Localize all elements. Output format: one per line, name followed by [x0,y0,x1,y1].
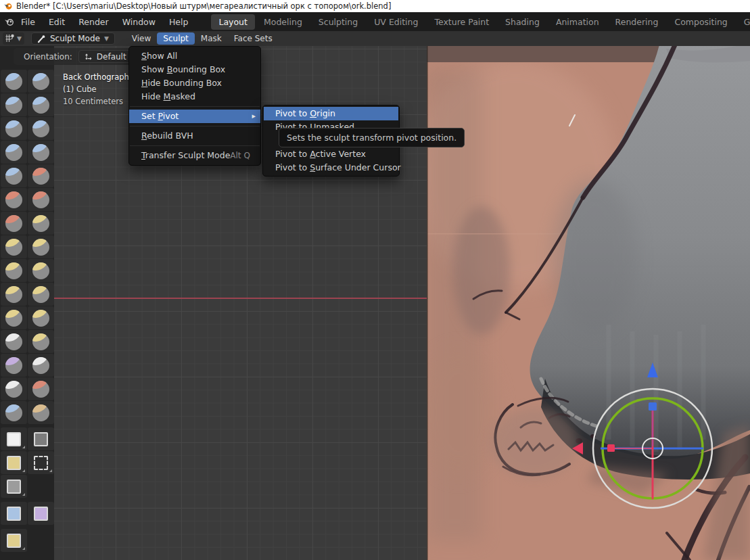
menu-item-show-bounding-box[interactable]: Show Bounding Box [129,63,260,76]
color-filter-icon [7,534,21,548]
blender-menu-icon[interactable] [4,18,14,26]
submenu-item-pivot-to-surface-under-cursor[interactable]: Pivot to Surface Under Cursor [264,161,398,174]
cloth-icon [5,357,22,374]
app-menu-render[interactable]: Render [72,14,116,30]
tool-layer[interactable] [28,117,54,140]
tool-paint[interactable] [28,401,54,424]
tool-fill[interactable] [28,188,54,211]
tool-pinch[interactable] [1,235,27,258]
app-menu-help[interactable]: Help [162,14,195,30]
tool-grab[interactable] [28,235,54,258]
gizmo-blue-handle[interactable] [649,402,657,411]
box-mask-icon [7,432,21,446]
pose-icon [32,286,49,303]
workspace-tab-geometry-nodes[interactable]: Geometry Nodes [736,14,750,30]
app-menu-window[interactable]: Window [116,14,162,30]
submenu-item-pivot-to-origin[interactable]: Pivot to Origin [264,107,398,120]
mode-dropdown[interactable]: Sculpt Mode ▼ [31,32,115,45]
tool-clay[interactable] [1,93,27,116]
menu-item-set-pivot[interactable]: Set Pivot [129,110,260,123]
tool-color-filter[interactable] [1,529,27,552]
workspace-tab-texture-paint[interactable]: Texture Paint [427,14,496,30]
tool-simplify[interactable] [28,354,54,377]
clay-thumb-icon [5,120,22,137]
app-menu-edit[interactable]: Edit [42,14,72,30]
mesh-filter-icon [7,507,21,521]
app-menu-file[interactable]: File [14,14,42,30]
pinch-icon [5,239,22,256]
tool-boundary[interactable] [28,330,54,353]
tool-draw-sharp[interactable] [28,70,54,93]
menu-item-show-all[interactable]: Show All [129,49,260,63]
tool-crease[interactable] [1,164,27,187]
tool-multires-displacement-eraser[interactable] [28,377,54,400]
tool-flatten[interactable] [1,188,27,211]
menu-item-hide-bounding-box[interactable]: Hide Bounding Box [129,76,260,90]
thumb-icon [5,286,22,303]
orientation-value: Default [97,52,126,62]
tool-thumb[interactable] [1,283,27,306]
tool-smooth[interactable] [28,164,54,187]
multires-displacement-eraser-icon [32,381,49,398]
viewport-menu-face-sets[interactable]: Face Sets [228,32,279,45]
window-titlebar[interactable]: Blender* [C:\Users\mariu\Desktop\Новый ш… [0,0,750,12]
fill-icon [32,191,49,208]
tool-scrape[interactable] [1,212,27,235]
view-name-label: Back Orthographic [63,71,135,83]
viewport-header: ▼ Sculpt Mode ▼ ViewSculptMaskFace Sets [0,31,750,46]
tool-line-project[interactable] [1,475,27,498]
clay-icon [5,97,22,114]
transform-orientation-icon [85,53,93,61]
workspace-tab-rendering[interactable]: Rendering [608,14,666,30]
tool-box-hide[interactable] [28,427,54,450]
viewport-menu-mask[interactable]: Mask [195,32,228,45]
tool-mesh-filter[interactable] [1,502,27,525]
tool-snake-hook[interactable] [28,259,54,282]
tool-clay-thumb[interactable] [1,117,27,140]
workspace-tab-sculpting[interactable]: Sculpting [311,14,365,30]
tool-slide-relax[interactable] [1,330,27,353]
workspace-tab-animation[interactable]: Animation [548,14,607,30]
tool-multires-displacement-smear[interactable] [1,401,27,424]
gizmo-red-handle[interactable] [607,444,615,452]
sculpt-brush-icon [37,34,46,43]
tool-multiplane-scrape[interactable] [28,212,54,235]
tooltip-text: Sets the sculpt transform pivot position… [287,133,456,143]
chevron-down-icon: ▼ [104,35,109,42]
tool-blob[interactable] [28,141,54,164]
workspace-tab-compositing[interactable]: Compositing [667,14,734,30]
tool-cloth[interactable] [1,354,27,377]
nudge-icon [5,310,22,327]
workspace-tab-layout[interactable]: Layout [211,14,255,30]
tool-pose[interactable] [28,283,54,306]
menu-item-transfer-sculpt-mode[interactable]: Transfer Sculpt Mode Alt Q [129,149,260,162]
tool-box-face-set[interactable] [1,451,27,474]
workspace-tab-shading[interactable]: Shading [498,14,547,30]
menu-item-hide-masked[interactable]: Hide Masked [129,90,260,103]
tool-elastic-deform[interactable] [1,259,27,282]
submenu-item-pivot-to-active-vertex[interactable]: Pivot to Active Vertex [264,147,398,161]
tool-mask[interactable] [1,377,27,400]
tool-box-mask[interactable] [1,427,27,450]
workspace-tabs: LayoutModelingSculptingUV EditingTexture… [211,14,750,30]
menu-separator [130,106,260,107]
viewport-reference-region[interactable] [427,46,750,560]
blender-logo-icon [4,2,12,10]
workspace-tab-modeling[interactable]: Modeling [256,14,310,30]
flatten-icon [5,191,22,208]
layer-icon [32,120,49,137]
viewport-menu-sculpt[interactable]: Sculpt [157,32,194,45]
tool-cloth-filter[interactable] [28,502,54,525]
viewport-menus: ViewSculptMaskFace Sets [126,32,279,45]
snake-hook-icon [32,262,49,279]
editor-type-button[interactable]: ▼ [3,32,24,45]
workspace-tab-uv-editing[interactable]: UV Editing [367,14,425,30]
viewport-menu-view[interactable]: View [126,32,157,45]
tool-box-trim[interactable] [28,451,54,474]
tool-clay-strips[interactable] [28,93,54,116]
menu-item-rebuild-bvh[interactable]: Rebuild BVH [129,129,260,143]
tool-rotate[interactable] [28,306,54,329]
tool-inflate[interactable] [1,141,27,164]
tool-nudge[interactable] [1,306,27,329]
tool-draw[interactable] [1,70,27,93]
